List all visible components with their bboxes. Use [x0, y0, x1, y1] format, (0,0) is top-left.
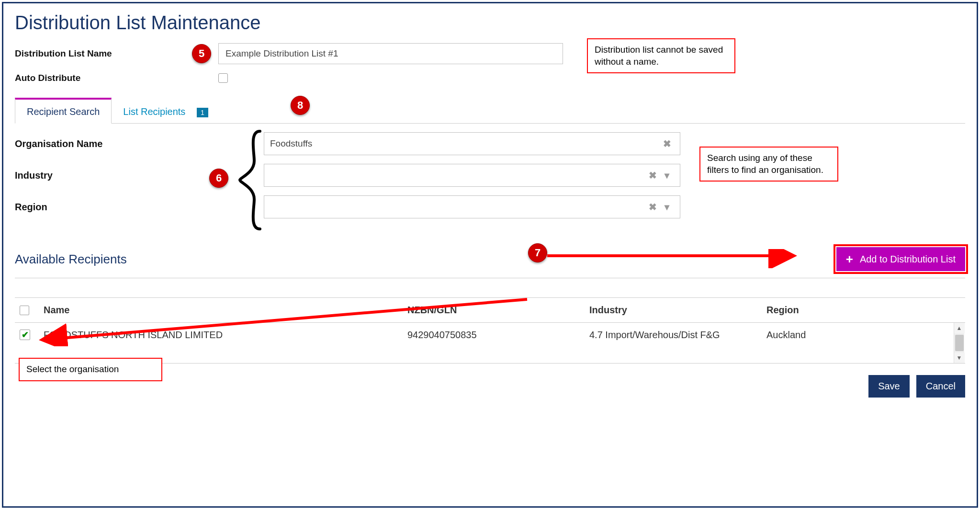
available-header: Available Recipients 7 + Add to Distribu…: [15, 247, 965, 278]
dist-name-label: Distribution List Name: [15, 48, 178, 59]
region-label: Region: [15, 202, 264, 213]
annotation-badge-6: 6: [209, 169, 228, 188]
select-all-checkbox[interactable]: [20, 306, 29, 315]
clear-icon[interactable]: ✖: [645, 201, 660, 213]
tab-list-recipients-count: 1: [197, 108, 208, 117]
col-nzbn: NZBN/GLN: [403, 298, 585, 323]
cell-region: Auckland: [762, 323, 954, 364]
cancel-button[interactable]: Cancel: [916, 375, 965, 398]
tab-recipient-search[interactable]: Recipient Search: [15, 98, 112, 124]
plus-icon: +: [846, 253, 853, 265]
scroll-down-icon[interactable]: ▼: [954, 353, 965, 363]
chevron-down-icon[interactable]: ▾: [660, 170, 674, 181]
scroll-thumb[interactable]: [955, 335, 964, 351]
region-select[interactable]: ✖ ▾: [264, 195, 680, 218]
brace-icon: [235, 127, 266, 233]
scrollbar[interactable]: ▲ ▼: [954, 323, 964, 363]
save-button[interactable]: Save: [868, 375, 910, 398]
clear-icon[interactable]: ✖: [645, 170, 660, 181]
org-name-input-wrap: ✖: [264, 132, 680, 155]
cell-nzbn: 9429040750835: [403, 323, 585, 364]
industry-input[interactable]: [270, 170, 645, 181]
annotation-note-filters: Search using any of these filters to fin…: [699, 147, 838, 182]
col-name: Name: [39, 298, 403, 323]
org-name-label: Organisation Name: [15, 138, 264, 149]
tab-list-recipients-label: List Recipients: [123, 106, 185, 117]
annotation-note-select: Select the organisation: [19, 358, 162, 381]
auto-distribute-checkbox[interactable]: [218, 73, 228, 83]
dist-name-row: Distribution List Name 5 Distribution li…: [15, 43, 965, 64]
filter-block: 6 Search using any of these filters to f…: [15, 132, 965, 218]
clear-icon[interactable]: ✖: [660, 138, 674, 149]
add-to-distribution-label: Add to Distribution List: [860, 254, 956, 265]
annotation-badge-5: 5: [192, 44, 211, 63]
region-input[interactable]: [270, 202, 645, 212]
chevron-down-icon[interactable]: ▾: [660, 201, 674, 213]
auto-distribute-row: Auto Distribute: [15, 73, 965, 83]
annotation-arrow-7: [547, 249, 801, 268]
col-industry: Industry: [585, 298, 762, 323]
cell-industry: 4.7 Import/Warehous/Dist F&G: [585, 323, 762, 364]
dist-name-input[interactable]: [218, 43, 563, 64]
org-name-input[interactable]: [270, 138, 660, 149]
col-region: Region: [762, 298, 954, 323]
table-row[interactable]: FOODSTUFFS NORTH ISLAND LIMITED 94290407…: [15, 323, 965, 364]
tab-list-recipients[interactable]: List Recipients 1: [112, 100, 219, 123]
page-title: Distribution List Maintenance: [15, 12, 965, 34]
row-checkbox[interactable]: [20, 330, 30, 340]
available-title: Available Recipients: [15, 252, 127, 267]
annotation-note-name: Distribution list cannot be saved withou…: [587, 38, 735, 73]
industry-select[interactable]: ✖ ▾: [264, 164, 680, 187]
add-to-distribution-button[interactable]: + Add to Distribution List: [836, 247, 965, 271]
tab-bar: Recipient Search List Recipients 1 8: [15, 98, 965, 124]
table-header-row: Name NZBN/GLN Industry Region: [15, 298, 965, 323]
cell-name: FOODSTUFFS NORTH ISLAND LIMITED: [39, 323, 403, 364]
annotation-badge-7: 7: [528, 243, 547, 262]
recipients-table-wrap: Name NZBN/GLN Industry Region FOODSTUFFS…: [15, 297, 965, 364]
scroll-up-icon[interactable]: ▲: [954, 323, 965, 333]
recipients-table: Name NZBN/GLN Industry Region FOODSTUFFS…: [15, 297, 965, 364]
annotation-badge-8: 8: [291, 96, 310, 115]
auto-distribute-label: Auto Distribute: [15, 73, 178, 83]
